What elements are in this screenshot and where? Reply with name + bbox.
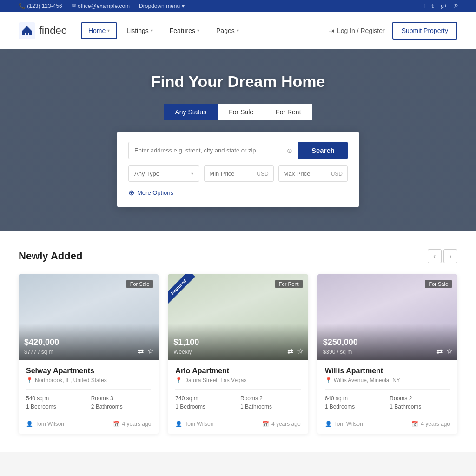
status-tab-rent[interactable]: For Rent [264, 104, 312, 120]
header-actions: ⇥ Log In / Register Submit Property [329, 22, 457, 40]
compare-icon[interactable]: ⇄ [436, 347, 443, 356]
card-rooms: Rooms 2 [240, 395, 301, 402]
login-link[interactable]: ⇥ Log In / Register [329, 27, 385, 34]
prev-arrow-button[interactable]: ‹ [428, 249, 442, 263]
dropdown-menu[interactable]: Dropdown menu ▾ [139, 3, 184, 9]
location-pin-icon: 📍 [325, 377, 332, 383]
logo[interactable]: findeo [19, 22, 67, 39]
favorite-icon[interactable]: ☆ [297, 347, 304, 356]
email-address: office@example.com [78, 3, 130, 9]
card-price: $420,000 [24, 337, 153, 347]
logo-icon [19, 22, 35, 39]
card-body: Willis Apartment 📍 Willis Avenue, Mineol… [317, 360, 457, 434]
card-bedrooms: 1 Bedrooms [325, 403, 385, 410]
calendar-icon: 📅 [113, 421, 120, 427]
listings-header: Newly Added ‹ › [19, 249, 457, 263]
search-input[interactable] [134, 142, 287, 159]
location-icon: ⊙ [287, 147, 292, 154]
topbar-right: f 𝕥 g+ 𝓟 [423, 3, 457, 9]
facebook-link[interactable]: f [423, 3, 425, 9]
topbar: 📞 (123) 123-456 ✉ office@example.com Dro… [0, 0, 476, 12]
nav-pages[interactable]: Pages ▾ [209, 22, 246, 39]
card-image: For Rent $1,100 Weekly ⇄ ☆ [168, 274, 308, 360]
card-specs: 740 sq m Rooms 2 1 Bedrooms 1 Bathrooms [175, 389, 300, 410]
chevron-down-icon: ▾ [237, 28, 239, 33]
chevron-down-icon: ▾ [191, 171, 193, 176]
card-image: For Sale $420,000 $777 / sq m ⇄ ☆ [19, 274, 159, 360]
chevron-down-icon: ▾ [151, 28, 153, 33]
min-price-currency: USD [257, 171, 268, 177]
listing-card[interactable]: For Rent $1,100 Weekly ⇄ ☆ Arlo Apartmen… [168, 274, 308, 434]
search-row: ⊙ Search [128, 142, 348, 159]
chevron-down-icon: ▾ [107, 28, 110, 33]
card-area: 640 sq m [325, 395, 385, 402]
topbar-left: 📞 (123) 123-456 ✉ office@example.com Dro… [19, 3, 185, 9]
time-ago: 4 years ago [421, 421, 450, 427]
hero-title: Find Your Dream Home [151, 73, 325, 91]
card-specs: 640 sq m Rooms 2 1 Bedrooms 1 Bathrooms [325, 389, 450, 410]
min-price-input[interactable] [209, 166, 257, 181]
favorite-icon[interactable]: ☆ [446, 347, 453, 356]
phone-item: 📞 (123) 123-456 [19, 3, 62, 9]
chevron-down-icon: ▾ [197, 28, 199, 33]
cards-grid: For Sale $420,000 $777 / sq m ⇄ ☆ Selway… [19, 274, 457, 434]
compare-icon[interactable]: ⇄ [287, 347, 293, 356]
hero-section: Find Your Dream Home Any Status For Sale… [0, 49, 476, 231]
agent-icon: 👤 [175, 421, 182, 427]
card-bathrooms: 1 Bathrooms [390, 403, 450, 410]
card-actions: ⇄ ☆ [138, 347, 154, 356]
filter-row: Any Type ▾ USD USD [128, 165, 348, 182]
search-button[interactable]: Search [298, 142, 348, 159]
pinterest-link[interactable]: 𝓟 [454, 3, 457, 9]
time-info: 📅 4 years ago [262, 421, 301, 427]
search-box: ⊙ Search Any Type ▾ USD USD ⊕ More Optio… [117, 132, 359, 207]
nav-listings[interactable]: Listings ▾ [119, 22, 160, 39]
phone-number: (123) 123-456 [27, 3, 62, 9]
location-text: Willis Avenue, Mineola, NY [334, 377, 400, 383]
agent-name: Tom Wilson [35, 421, 64, 427]
card-price: $250,000 [323, 337, 452, 347]
featured-ribbon [168, 274, 200, 307]
nav-home[interactable]: Home ▾ [81, 22, 117, 39]
nav-features[interactable]: Features ▾ [162, 22, 207, 39]
max-price-currency: USD [331, 171, 343, 177]
card-image: For Sale $250,000 $390 / sq m ⇄ ☆ [317, 274, 457, 360]
card-title: Selway Apartments [26, 367, 151, 375]
search-input-wrap: ⊙ [128, 142, 298, 159]
card-bathrooms: 2 Bathrooms [91, 403, 152, 410]
card-price-per: $390 / sq m [323, 349, 352, 355]
compare-icon[interactable]: ⇄ [138, 347, 144, 356]
card-area: 540 sq m [26, 395, 86, 402]
more-options-label: More Options [137, 189, 173, 196]
agent-name: Tom Wilson [185, 421, 213, 427]
google-plus-link[interactable]: g+ [441, 3, 447, 9]
card-location: 📍 Northbrook, IL, United States [26, 377, 151, 383]
twitter-link[interactable]: 𝕥 [431, 3, 434, 9]
submit-property-button[interactable]: Submit Property [392, 22, 457, 40]
header: findeo Home ▾ Listings ▾ Features ▾ Page… [0, 12, 476, 49]
card-title: Arlo Apartment [175, 367, 300, 375]
svg-rect-1 [26, 33, 28, 35]
card-price: $1,100 [173, 337, 302, 347]
card-price-per: Weekly [173, 349, 192, 355]
time-ago: 4 years ago [271, 421, 301, 427]
max-price-input[interactable] [284, 166, 331, 181]
card-footer: 👤 Tom Wilson 📅 4 years ago [325, 416, 450, 427]
main-nav: Home ▾ Listings ▾ Features ▾ Pages ▾ [81, 22, 329, 39]
agent-info: 👤 Tom Wilson [325, 421, 363, 427]
type-select[interactable]: Any Type ▾ [128, 165, 199, 182]
listing-card[interactable]: For Sale $420,000 $777 / sq m ⇄ ☆ Selway… [19, 274, 159, 434]
agent-icon: 👤 [26, 421, 33, 427]
status-badge: For Sale [126, 280, 153, 288]
listing-card[interactable]: For Sale $250,000 $390 / sq m ⇄ ☆ Willis… [317, 274, 457, 434]
status-tab-sale[interactable]: For Sale [218, 104, 264, 120]
status-tab-any[interactable]: Any Status [164, 104, 218, 120]
next-arrow-button[interactable]: › [443, 249, 457, 263]
carousel-navigation: ‹ › [428, 249, 457, 263]
card-location: 📍 Datura Street, Las Vegas [175, 377, 300, 383]
status-badge: For Rent [275, 280, 303, 288]
favorite-icon[interactable]: ☆ [147, 347, 154, 356]
more-options-toggle[interactable]: ⊕ More Options [128, 188, 348, 197]
listings-section: Newly Added ‹ › For Sale $420,000 $777 /… [0, 231, 476, 452]
min-price-group: USD [204, 165, 273, 182]
